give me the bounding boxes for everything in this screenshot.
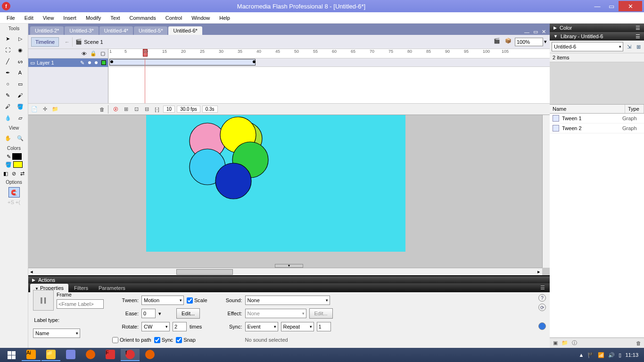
menu-modify[interactable]: Modify [81, 14, 106, 22]
selection-tool[interactable]: ➤ [2, 33, 14, 44]
default-colors-button[interactable]: ◧ [2, 170, 9, 177]
timeline-ruler[interactable]: 1510152025303540455055606570758085909510… [108, 49, 550, 58]
col-type[interactable]: Type [625, 105, 644, 113]
doctab-3[interactable]: Untitled-5* [134, 26, 167, 35]
sync-event-select[interactable]: Event [245, 322, 278, 331]
swap-colors-button[interactable]: ⇄ [19, 170, 26, 177]
frame-track[interactable] [108, 58, 550, 67]
tab-parameters[interactable]: Parameters [94, 284, 130, 292]
taskbar-item[interactable]: 📁 [41, 349, 60, 361]
zoom-dropdown-icon[interactable]: ▾ [544, 39, 547, 45]
modify-onion-button[interactable]: [·] [153, 105, 161, 114]
tray-volume-icon[interactable]: 🔊 [608, 352, 615, 358]
doctab-2[interactable]: Untitled-4* [99, 26, 133, 35]
ease-input[interactable] [141, 309, 156, 318]
scroll-right-icon[interactable]: ▸ [536, 269, 542, 275]
subselection-tool[interactable]: ▷ [15, 33, 26, 44]
orient-checkbox[interactable]: Orient to path [112, 337, 151, 343]
ink-bottle-tool[interactable]: 🖋 [2, 101, 14, 112]
actions-panel-header[interactable]: ▶ Actions [28, 276, 550, 283]
stroke-color-swatch[interactable] [12, 153, 22, 160]
onion-skin-button[interactable]: ⊞ [122, 105, 130, 114]
stage-vscroll[interactable] [542, 115, 550, 268]
menu-control[interactable]: Control [161, 14, 187, 22]
sync-repeat-select[interactable]: Repeat [281, 322, 314, 331]
new-folder-button[interactable]: 📁 [561, 339, 569, 347]
delete-button[interactable]: 🗑 [635, 339, 642, 347]
accessibility-icon[interactable] [538, 322, 546, 330]
fill-color-swatch[interactable] [13, 161, 23, 168]
menu-insert[interactable]: Insert [58, 14, 81, 22]
options-icon[interactable]: ⟳ [538, 304, 546, 311]
layer-vis-dot[interactable] [88, 61, 91, 64]
paint-bucket-tool[interactable]: 🪣 [15, 101, 26, 112]
sync-checkbox[interactable]: Sync [154, 337, 173, 343]
pen-tool[interactable]: ✒ [2, 67, 14, 78]
pin-library-icon[interactable]: ⇲ [625, 43, 633, 50]
scene-name[interactable]: Scene 1 [84, 39, 103, 45]
taskbar-item[interactable] [81, 349, 100, 361]
keyframe-end[interactable] [253, 60, 256, 63]
rotate-select[interactable]: CW [141, 322, 170, 331]
label-type-select[interactable]: Name [33, 329, 80, 338]
taskbar-item[interactable] [61, 349, 80, 361]
layer-row[interactable]: ▭ Layer 1 ✎ [28, 58, 108, 67]
new-guide-layer-button[interactable]: ✢ [41, 105, 49, 114]
zoom-input[interactable] [515, 38, 543, 46]
effect-select[interactable]: None [245, 309, 306, 318]
new-layer-button[interactable]: 📄 [30, 105, 39, 114]
start-button[interactable] [2, 349, 21, 361]
menu-window[interactable]: Window [187, 14, 215, 22]
library-doc-select[interactable]: Untitled-6 [552, 42, 623, 51]
no-color-button[interactable]: ⊘ [10, 170, 18, 177]
taskbar-item-flash[interactable]: f [121, 349, 140, 361]
snap-checkbox[interactable]: Snap [176, 337, 196, 343]
layer-outline-swatch[interactable] [101, 60, 106, 65]
menu-view[interactable]: View [38, 14, 59, 22]
new-folder-button[interactable]: 📁 [51, 105, 59, 114]
tab-filters[interactable]: Filters [69, 284, 93, 292]
maximize-button[interactable]: ▭ [604, 1, 619, 11]
layer-lock-icon[interactable]: 🔒 [90, 50, 97, 57]
eraser-tool[interactable]: ▱ [15, 113, 26, 123]
help-icon[interactable]: ? [538, 294, 546, 302]
line-tool[interactable]: ╱ [2, 56, 14, 66]
ease-stepper-icon[interactable]: ▾ [158, 311, 161, 317]
tray-wifi-icon[interactable]: 📶 [598, 352, 604, 358]
edit-symbol-icon[interactable]: 📦 [505, 38, 513, 46]
timeline-frames[interactable] [108, 58, 550, 103]
library-item[interactable]: Tween 1 Graph [550, 114, 644, 123]
doctab-1[interactable]: Untitled-3* [65, 26, 98, 35]
doctab-4[interactable]: Untitled-6* [168, 26, 202, 35]
library-panel-header[interactable]: ▼ Library - Untitled-6 ☰ [550, 32, 644, 41]
scroll-left-icon[interactable]: ◂ [28, 269, 35, 275]
tween-span[interactable] [109, 59, 256, 66]
lasso-tool[interactable]: ᔕ [15, 56, 26, 66]
doctab-0[interactable]: Untitled-2* [30, 26, 64, 35]
tray-clock[interactable]: 11:13 [625, 352, 638, 358]
doc-close-button[interactable]: ✕ [540, 29, 548, 35]
panel-menu-icon[interactable]: ☰ [537, 283, 548, 292]
edit-scene-icon[interactable]: 🎬 [494, 38, 502, 46]
doc-minimize-button[interactable]: — [522, 29, 531, 35]
oval-tool[interactable]: ○ [2, 79, 14, 89]
brush-tool[interactable]: 🖌 [15, 90, 26, 100]
sound-select[interactable]: None [245, 296, 330, 305]
hscroll-thumb[interactable] [176, 269, 233, 275]
menu-file[interactable]: File [2, 14, 20, 22]
panel-menu-icon[interactable]: ☰ [636, 25, 640, 31]
library-item[interactable]: Tween 2 Graph [550, 123, 644, 133]
taskbar-item[interactable]: Ai [22, 349, 41, 361]
edit-multiple-button[interactable]: ⊟ [142, 105, 151, 114]
sync-count-input[interactable] [317, 322, 331, 331]
menu-help[interactable]: Help [215, 14, 235, 22]
col-name[interactable]: Name [550, 105, 625, 113]
doc-restore-button[interactable]: ▭ [531, 29, 540, 35]
pencil-tool[interactable]: ✎ [2, 90, 14, 100]
new-symbol-button[interactable]: ▣ [552, 339, 559, 347]
color-panel-header[interactable]: ▶ Color ☰ [550, 24, 644, 32]
close-button[interactable]: ✕ [619, 1, 642, 11]
properties-button[interactable]: ⓘ [570, 339, 578, 347]
center-frame-button[interactable]: ⦿ [111, 105, 120, 114]
tray-battery-icon[interactable]: ▯ [619, 352, 621, 358]
